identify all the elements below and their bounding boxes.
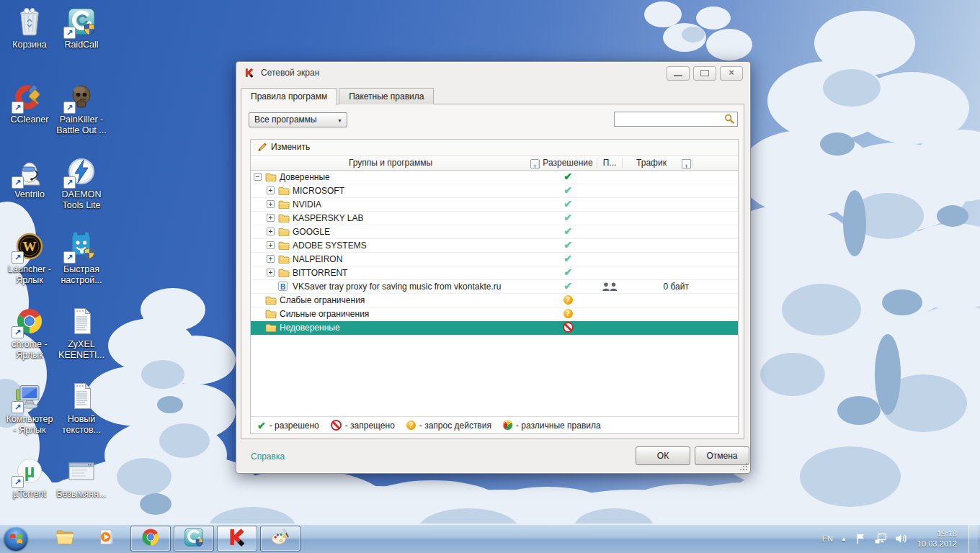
expand-icon[interactable]: + <box>267 269 275 276</box>
minimize-button[interactable] <box>667 66 690 81</box>
table-row[interactable]: BVKSaver tray proxy for saving music fro… <box>251 280 738 294</box>
taskbar-button-explorer[interactable] <box>45 526 85 552</box>
ccleaner-icon: ↗ <box>14 81 45 112</box>
close-icon: × <box>721 67 742 78</box>
expand-icon[interactable]: + <box>267 214 275 222</box>
desktop: Корзина↗RaidCall↗CCleaner↗PainKiller - B… <box>0 0 980 553</box>
table-row[interactable]: Слабые ограничения? <box>251 294 738 307</box>
resize-grip[interactable] <box>746 469 747 470</box>
permission-cell: ? <box>539 295 597 305</box>
program-filter-dropdown[interactable]: Все программы ▼ <box>249 112 347 127</box>
firewall-window: Сетевой экран × Правила программ Пакетны… <box>236 61 751 474</box>
desktop-icon-painkiller[interactable]: ↗PainKiller - Battle Out ... <box>55 81 108 137</box>
clock[interactable]: 19:18 10.03.2012 <box>917 529 957 549</box>
permission-cell: ✔ <box>539 267 597 278</box>
taskbar-button-paint[interactable] <box>260 526 300 552</box>
allow-icon: ✔ <box>257 421 266 431</box>
table-row[interactable]: +NALPEIRON✔ <box>251 253 738 266</box>
taskbar-button-kaspersky[interactable] <box>217 526 257 552</box>
language-indicator[interactable]: EN <box>822 534 833 543</box>
expand-icon[interactable]: + <box>267 186 275 194</box>
media-player-icon <box>96 526 117 551</box>
window-titlebar[interactable]: Сетевой экран × <box>236 62 750 84</box>
maximize-button[interactable] <box>693 66 716 81</box>
kaspersky-logo-icon <box>244 67 255 78</box>
row-label: ADOBE SYSTEMS <box>293 240 367 251</box>
search-input[interactable] <box>614 112 738 127</box>
painkiller-icon: ↗ <box>66 81 97 112</box>
shortcut-arrow-icon: ↗ <box>63 251 76 264</box>
show-desktop-button[interactable] <box>968 524 978 553</box>
legend-item: ✔- разрешено <box>257 421 319 431</box>
rules-table: Изменить Группы и программы + Разрешение… <box>250 139 739 434</box>
start-button[interactable] <box>4 526 28 551</box>
explorer-icon <box>54 526 76 551</box>
taskbar-button-chrome[interactable] <box>130 526 171 552</box>
action-center-flag-icon[interactable] <box>855 533 867 544</box>
volume-icon[interactable] <box>895 533 907 544</box>
desktop-icon-utorrent[interactable]: µ↗µTorrent <box>3 455 56 500</box>
taskbar-button-raidcall[interactable] <box>174 526 214 552</box>
column-header-groups[interactable]: Группы и программы <box>251 156 530 170</box>
table-row[interactable]: −Доверенные✔ <box>251 171 738 184</box>
search-icon[interactable] <box>724 114 735 125</box>
cancel-button[interactable]: Отмена <box>695 446 749 465</box>
allow-icon: ✔ <box>564 212 572 223</box>
table-row[interactable]: Недоверенные <box>251 321 738 335</box>
table-row[interactable]: +NVIDIA✔ <box>251 198 738 212</box>
paint-icon <box>270 526 291 551</box>
network-icon[interactable] <box>875 533 887 544</box>
table-row[interactable]: +ADOBE SYSTEMS✔ <box>251 239 738 253</box>
help-link[interactable]: Справка <box>251 451 285 462</box>
desktop-icon-quick-setup[interactable]: ↗Быстрая настрой... <box>55 230 108 287</box>
window-controls: × <box>667 66 743 81</box>
expand-icon[interactable]: + <box>267 255 275 263</box>
permission-cell <box>539 322 597 335</box>
permission-cell: ✔ <box>539 212 597 223</box>
ok-button[interactable]: ОК <box>636 446 690 465</box>
expand-icon[interactable]: + <box>267 228 275 235</box>
table-row[interactable]: +GOOGLE✔ <box>251 225 738 239</box>
edit-button[interactable]: Изменить <box>257 142 310 152</box>
utorrent-icon: µ↗ <box>14 455 45 487</box>
expand-icon[interactable]: + <box>267 200 275 208</box>
column-divider <box>692 158 692 168</box>
row-label: NVIDIA <box>293 199 321 210</box>
close-button[interactable]: × <box>720 66 743 81</box>
table-row[interactable]: +BITTORRENT✔ <box>251 266 738 280</box>
table-row[interactable]: +MICROSOFT✔ <box>251 184 738 198</box>
untitled-icon <box>66 455 97 487</box>
desktop-icon-zyxel-doc[interactable]: ZyXEL KEENETI... <box>55 305 108 361</box>
desktop-icon-recycle-bin[interactable]: Корзина <box>3 6 56 50</box>
desktop-icon-chrome[interactable]: ↗chrome - Ярлык <box>3 305 56 361</box>
desktop-icon-raidcall[interactable]: ↗RaidCall <box>55 6 108 50</box>
desktop-icon-label: Новый текстов... <box>55 414 108 436</box>
desktop-icon-ccleaner[interactable]: ↗CCleaner <box>3 81 56 125</box>
raidcall-icon <box>183 526 205 551</box>
row-label: MICROSOFT <box>293 186 344 196</box>
expand-icon[interactable]: + <box>267 241 275 249</box>
allow-icon: ✔ <box>564 184 572 196</box>
desktop-icon-ventrilo[interactable]: ↗Ventrilo <box>3 156 56 200</box>
block-icon <box>331 420 342 431</box>
block-icon <box>563 322 574 333</box>
taskbar-button-media-player[interactable] <box>86 526 127 552</box>
tab-packet-rules[interactable]: Пакетные правила <box>339 88 434 104</box>
row-label: Доверенные <box>280 172 330 182</box>
expand-column-icon[interactable]: + <box>682 159 691 168</box>
desktop-icon-untitled[interactable]: Безымянн... <box>55 455 108 500</box>
desktop-icon-daemon-tools[interactable]: ↗DAEMON Tools Lite <box>55 156 108 212</box>
column-header-permission[interactable]: Разрешение <box>539 156 597 170</box>
column-header-traffic[interactable]: Трафик <box>623 156 680 170</box>
desktop-icon-new-text-doc[interactable]: Новый текстов... <box>55 380 108 436</box>
collapse-icon[interactable]: − <box>254 173 262 181</box>
desktop-icon-computer[interactable]: ↗Компьютер - Ярлык <box>3 380 56 436</box>
table-row[interactable]: +KASPERSKY LAB✔ <box>251 212 738 225</box>
table-row[interactable]: Сильные ограничения? <box>251 307 738 321</box>
column-header-p[interactable]: П... <box>597 156 622 170</box>
tab-program-rules[interactable]: Правила программ <box>241 88 337 105</box>
desktop-icon-wow-launcher[interactable]: W↗Launcher - Ярлык <box>3 230 56 287</box>
show-hidden-icons-button[interactable]: ▲ <box>841 536 847 542</box>
shortcut-arrow-icon: ↗ <box>63 27 76 39</box>
desktop-icon-label: chrome - Ярлык <box>3 339 56 361</box>
